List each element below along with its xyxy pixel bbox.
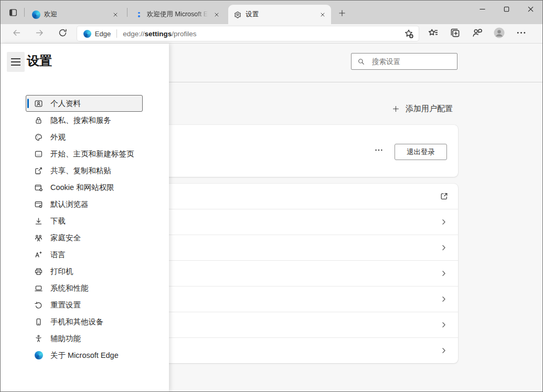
feedback-icon [472, 27, 483, 40]
accessibility-icon [34, 334, 43, 343]
tab-bar: 欢迎欢迎使用 Microsoft Edg设置 [1, 1, 542, 24]
toolbar-actions [422, 26, 532, 41]
settings-search-box[interactable] [351, 53, 457, 70]
sidebar-item-label: 手机和其他设备 [50, 317, 104, 327]
sidebar-item-start-home-newtab[interactable]: 开始、主页和新建标签页 [26, 145, 143, 162]
forward-arrow-icon [35, 28, 45, 39]
menu-toggle-button[interactable] [7, 52, 25, 72]
chevron-right-icon [440, 347, 448, 354]
maximize-icon [503, 5, 510, 15]
sign-out-button[interactable]: 退出登录 [395, 144, 447, 160]
back-button[interactable] [7, 26, 27, 41]
tab-divider [127, 8, 127, 17]
cookie-icon [34, 183, 43, 192]
sidebar-item-label: 打印机 [50, 267, 73, 277]
gear-icon [233, 10, 242, 19]
download-icon [34, 217, 43, 226]
sidebar-item-phone-devices[interactable]: 手机和其他设备 [26, 313, 143, 330]
sidebar-item-cookies-permissions[interactable]: Cookie 和网站权限 [26, 179, 143, 196]
tab-close-button[interactable] [212, 10, 221, 19]
sidebar-item-languages[interactable]: 语言 [26, 246, 143, 263]
minimize-icon [478, 5, 486, 15]
tab-workspaces-button[interactable] [5, 6, 21, 19]
workspace-icon [7, 11, 19, 19]
tab-title: 设置 [246, 10, 314, 19]
laptop-icon [34, 284, 43, 293]
favorites-icon [428, 27, 439, 40]
reset-icon [34, 301, 43, 310]
url-scheme: edge:// [123, 30, 144, 38]
favorites-button[interactable] [422, 26, 444, 41]
tab-title: 欢迎 [44, 10, 107, 19]
sidebar-item-label: 家庭安全 [50, 233, 81, 243]
add-favorite-icon [403, 33, 414, 40]
search-icon [357, 58, 365, 66]
sidebar-item-downloads[interactable]: 下载 [26, 213, 143, 229]
sidebar-item-accessibility[interactable]: 辅助功能 [26, 330, 143, 347]
sidebar-item-label: 外观 [50, 132, 66, 142]
back-arrow-icon [12, 28, 22, 39]
sidebar-item-reset-settings[interactable]: 重置设置 [26, 296, 143, 313]
sidebar-item-default-browser[interactable]: 默认浏览器 [26, 196, 143, 213]
plus-icon [392, 105, 400, 113]
forward-button[interactable] [30, 26, 50, 41]
edge-logo-icon [34, 351, 43, 360]
family-icon [34, 234, 43, 242]
feedback-button[interactable] [466, 26, 488, 41]
tab-close-button[interactable] [111, 10, 120, 19]
new-tab-button[interactable] [335, 6, 349, 20]
tab-3[interactable]: 设置 [228, 5, 331, 24]
edge-logo-icon [32, 10, 40, 19]
tab-close-button[interactable] [318, 10, 327, 19]
minimize-button[interactable] [470, 1, 494, 19]
sidebar-item-family-safety[interactable]: 家庭安全 [26, 229, 143, 246]
sidebar-item-label: 重置设置 [50, 300, 81, 310]
sidebar-item-printers[interactable]: 打印机 [26, 263, 143, 280]
collections-icon [450, 27, 461, 40]
sidebar-item-privacy[interactable]: 隐私、搜索和服务 [26, 112, 143, 129]
site-badge-label: Edge [95, 30, 111, 38]
sidebar-item-label: 系统和性能 [50, 283, 89, 293]
plus-icon [338, 11, 346, 19]
tab-divider [24, 8, 25, 17]
sidebar-item-label: 共享、复制和粘贴 [50, 166, 111, 176]
close-window-button[interactable] [518, 1, 542, 19]
site-badge: Edge [83, 30, 111, 38]
browser-check-icon [34, 200, 43, 209]
sidebar-item-system-performance[interactable]: 系统和性能 [26, 280, 143, 296]
search-input[interactable] [371, 57, 453, 66]
sidebar-item-about[interactable]: 关于 Microsoft Edge [26, 347, 143, 364]
address-bar[interactable]: Edge edge://settings/profiles [77, 26, 419, 41]
tab-1[interactable]: 欢迎 [27, 5, 124, 24]
browser-window: 欢迎欢迎使用 Microsoft Edg设置 Edge edge://setti… [0, 0, 543, 392]
add-favorite-button[interactable] [403, 28, 414, 39]
browser-menu-button[interactable] [510, 26, 532, 41]
chevron-right-icon [440, 244, 448, 251]
sidebar-item-profiles[interactable]: 个人资料 [26, 95, 143, 112]
chevron-right-icon [440, 321, 448, 329]
url-text: edge://settings/profiles [123, 30, 196, 38]
collections-button[interactable] [444, 26, 466, 41]
avatar-icon [493, 27, 505, 40]
add-profile-label: 添加用户配置 [406, 104, 453, 114]
maximize-button[interactable] [494, 1, 518, 19]
translate-icon [34, 250, 43, 259]
sidebar-item-appearance[interactable]: 外观 [26, 129, 143, 145]
add-profile-button[interactable]: 添加用户配置 [392, 102, 453, 115]
sidebar-item-label: 辅助功能 [50, 334, 81, 344]
account-more-button[interactable] [372, 144, 386, 156]
profile-avatar-button[interactable] [488, 26, 510, 41]
refresh-button[interactable] [53, 26, 73, 41]
sidebar-item-label: 默认浏览器 [50, 199, 89, 209]
phone-icon [34, 317, 43, 326]
navigation-toolbar: Edge edge://settings/profiles [1, 24, 542, 44]
sidebar-item-label: 隐私、搜索和服务 [50, 115, 111, 125]
sidebar-item-label: 个人资料 [50, 99, 81, 109]
sidebar-item-label: 下载 [50, 216, 66, 226]
sidebar-item-share-copy-paste[interactable]: 共享、复制和粘贴 [26, 162, 143, 179]
close-window-icon [527, 5, 535, 15]
window-controls [470, 1, 542, 19]
tab-2[interactable]: 欢迎使用 Microsoft Edg [130, 5, 225, 24]
settings-sidebar: 设置 个人资料隐私、搜索和服务外观开始、主页和新建标签页共享、复制和粘贴Cook… [1, 44, 169, 391]
printer-icon [34, 267, 43, 276]
